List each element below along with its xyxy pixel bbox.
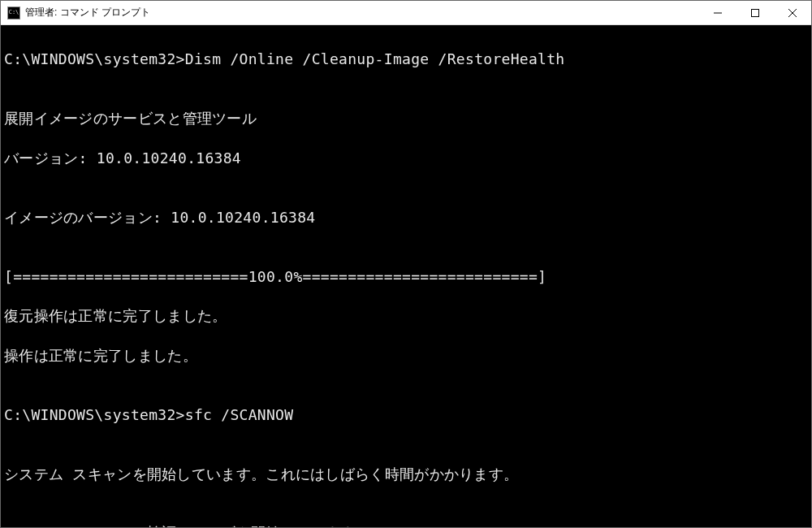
prompt-command: Dism /Online /Cleanup-Image /RestoreHeal…: [185, 50, 565, 69]
prompt-line-2: C:\WINDOWS\system32>sfc /SCANNOW: [4, 405, 806, 425]
image-version: イメージのバージョン: 10.0.10240.16384: [4, 208, 806, 227]
close-button[interactable]: [774, 1, 811, 24]
prompt-command: sfc /SCANNOW: [185, 405, 294, 425]
maximize-icon: [751, 9, 759, 17]
maximize-button[interactable]: [736, 1, 774, 24]
scan-start: システム スキャンを開始しています。これにはしばらく時間がかかります。: [4, 465, 806, 484]
prompt-line-1: C:\WINDOWS\system32>Dism /Online /Cleanu…: [4, 50, 806, 69]
terminal-output[interactable]: C:\WINDOWS\system32>Dism /Online /Cleanu…: [1, 25, 811, 527]
dism-header: 展開イメージのサービスと管理ツール: [4, 109, 806, 128]
prompt-path: C:\WINDOWS\system32>: [4, 50, 185, 69]
prompt-path: C:\WINDOWS\system32>: [4, 405, 185, 425]
titlebar[interactable]: 管理者: コマンド プロンプト: [1, 1, 811, 25]
minimize-button[interactable]: [699, 1, 736, 24]
scan-phase: システム スキャンの検証フェーズを開始しています。: [4, 523, 806, 527]
svg-rect-1: [752, 9, 759, 16]
progress-bar: [==========================100.0%=======…: [4, 267, 806, 287]
restore-complete: 復元操作は正常に完了しました。: [4, 306, 806, 326]
close-icon: [788, 9, 797, 17]
window-title: 管理者: コマンド プロンプト: [25, 6, 699, 19]
command-prompt-window: 管理者: コマンド プロンプト C:\WINDOWS\system32>Dism…: [0, 0, 812, 528]
cmd-icon: [7, 6, 20, 19]
operation-complete: 操作は正常に完了しました。: [4, 346, 806, 366]
dism-version: バージョン: 10.0.10240.16384: [4, 149, 806, 168]
minimize-icon: [714, 9, 722, 17]
window-controls: [699, 1, 811, 24]
